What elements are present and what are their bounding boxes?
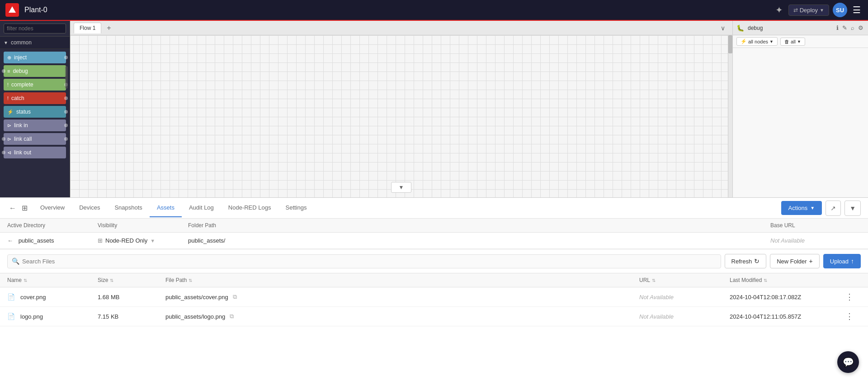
catch-output-port	[64, 96, 68, 100]
tab-nodered-logs[interactable]: Node-RED Logs	[221, 199, 278, 217]
filter-dropdown-arrow: ▼	[769, 39, 774, 44]
catch-icon: !	[7, 96, 9, 101]
node-complete[interactable]: ! complete	[4, 79, 66, 91]
flow-tab-flow1[interactable]: Flow 1	[74, 23, 101, 33]
linkout-input-port	[2, 151, 5, 154]
node-status[interactable]: ⚡ status	[4, 106, 66, 118]
dir-back-icon-cell: ← public_assets	[7, 237, 98, 244]
header-base-url: Base URL	[770, 222, 861, 229]
debug-panel-title: debug	[748, 25, 834, 31]
debug-search-icon[interactable]: ⌕	[850, 24, 855, 32]
debug-filter-bar: ⚡ all nodes ▼ 🗑 all ▼	[733, 35, 868, 48]
top-nav: Plant-0 ✦ ⇄ Deploy ▼ SU ☰	[0, 0, 868, 21]
link-in-icon: ⊳	[7, 123, 11, 129]
file-url-cell-logo: Not Available	[639, 313, 730, 320]
deploy-dropdown-arrow[interactable]: ▼	[820, 8, 824, 13]
visibility-dropdown-arrow[interactable]: ▼	[150, 238, 155, 244]
palette-nodes-list: ⊕ inject ≡ debug ! complete ! catch	[0, 49, 70, 161]
tab-audit-log[interactable]: Audit Log	[182, 199, 221, 217]
grid-icon: ⊞	[22, 204, 28, 212]
sub-nav-actions: Actions ▼ ↗ ▼	[781, 201, 861, 216]
external-link-button[interactable]: ↗	[826, 201, 841, 216]
header-active-directory: Active Directory	[7, 222, 98, 229]
canvas-grid[interactable]: ▼	[70, 35, 732, 197]
debug-panel-header: 🐛 debug ℹ ✎ ⌕ ⚙	[733, 21, 868, 35]
tab-devices[interactable]: Devices	[72, 199, 107, 217]
linkcall-output-port	[64, 137, 68, 141]
debug-panel: 🐛 debug ℹ ✎ ⌕ ⚙ ⚡ all nodes ▼ 🗑 all ▼	[732, 21, 868, 197]
chat-widget-button[interactable]: 💬	[837, 351, 859, 373]
flow-collapse-icon[interactable]: ∨	[717, 23, 729, 33]
header-url: URL ⇅	[639, 277, 730, 283]
tab-overview[interactable]: Overview	[33, 199, 72, 217]
assets-content: Active Directory Visibility Folder Path …	[0, 219, 868, 382]
tab-assets[interactable]: Assets	[150, 199, 182, 217]
tab-settings[interactable]: Settings	[278, 199, 314, 217]
upload-icon: ↑	[851, 258, 854, 265]
new-folder-button[interactable]: New Folder +	[770, 254, 820, 268]
notification-icon[interactable]: ✦	[774, 3, 785, 17]
file-modified-cell-cover: 2024-10-04T12:08:17.082Z	[730, 294, 843, 301]
node-catch[interactable]: ! catch	[4, 92, 66, 104]
hamburger-menu-icon[interactable]: ☰	[851, 3, 863, 17]
canvas-vertical-scrollbar[interactable]	[728, 35, 732, 197]
inject-output-port	[64, 56, 68, 59]
collapse-button[interactable]: ▼	[844, 201, 861, 216]
deploy-button[interactable]: ⇄ Deploy ▼	[788, 5, 829, 16]
row-menu-button-logo[interactable]: ⋮	[843, 311, 856, 322]
add-flow-tab-button[interactable]: +	[103, 22, 114, 34]
copy-filepath-icon-logo[interactable]: ⧉	[230, 313, 234, 320]
node-link-call[interactable]: ⊳ link call	[4, 133, 66, 145]
new-folder-icon: +	[809, 258, 813, 265]
filter-icon: ⚡	[741, 38, 747, 44]
debug-info-icon[interactable]: ℹ	[835, 24, 840, 32]
refresh-button[interactable]: Refresh ↻	[725, 254, 767, 268]
debug-clear-btn[interactable]: 🗑 all ▼	[780, 38, 805, 46]
file-actions-cell-logo: ⋮	[843, 311, 861, 321]
linkin-output-port	[64, 124, 68, 127]
editor-area: ▼ common ⊕ inject ≡ debug ! complete	[0, 21, 868, 197]
row-menu-button-cover[interactable]: ⋮	[843, 291, 856, 302]
tab-snapshots[interactable]: Snapshots	[107, 199, 149, 217]
url-sort-icon[interactable]: ⇅	[652, 278, 656, 283]
filepath-sort-icon[interactable]: ⇅	[189, 278, 192, 283]
node-debug[interactable]: ≡ debug	[4, 65, 66, 77]
node-link-in[interactable]: ⊳ link in	[4, 119, 66, 131]
modified-sort-icon[interactable]: ⇅	[764, 278, 767, 283]
palette-section-common[interactable]: ▼ common	[0, 37, 70, 49]
app-title: Plant-0	[24, 6, 47, 14]
dir-back-arrow-icon: ←	[7, 237, 13, 244]
file-size-cell-cover: 1.68 MB	[98, 294, 165, 301]
node-link-out[interactable]: ⊲ link out	[4, 147, 66, 158]
back-button[interactable]: ←	[7, 202, 18, 214]
size-sort-icon[interactable]: ⇅	[110, 278, 113, 283]
debug-filter-all-nodes-btn[interactable]: ⚡ all nodes ▼	[736, 37, 778, 46]
copy-filepath-icon-cover[interactable]: ⧉	[233, 293, 237, 301]
link-out-icon: ⊲	[7, 150, 11, 156]
file-name-cell-cover: 📄 cover.png	[7, 293, 98, 301]
filter-nodes-input[interactable]	[4, 24, 66, 33]
base-url-cell: Not Available	[770, 237, 861, 244]
name-sort-icon[interactable]: ⇅	[24, 278, 27, 283]
node-inject[interactable]: ⊕ inject	[4, 52, 66, 63]
avatar[interactable]: SU	[833, 3, 847, 17]
canvas-scroll-indicator[interactable]: ▼	[391, 182, 412, 193]
upload-button[interactable]: Upload ↑	[823, 254, 861, 268]
trash-icon: 🗑	[784, 39, 789, 44]
clear-dropdown-arrow: ▼	[797, 39, 801, 44]
chevron-down-icon: ▼	[399, 184, 404, 191]
debug-edit-icon[interactable]: ✎	[841, 24, 848, 32]
files-toolbar: 🔍 Refresh ↻ New Folder + Upload ↑	[0, 249, 868, 273]
directory-row[interactable]: ← public_assets ⊞ Node-RED Only ▼ public…	[0, 233, 868, 249]
file-icon-cover: 📄	[7, 293, 15, 301]
header-visibility: Visibility	[98, 222, 188, 229]
app-logo	[5, 3, 19, 17]
actions-button[interactable]: Actions ▼	[781, 201, 822, 215]
status-output-port	[64, 110, 68, 114]
file-name-cell-logo: 📄 logo.png	[7, 313, 98, 320]
search-icon: 🔍	[12, 258, 19, 265]
sub-nav: ← ⊞ Overview Devices Snapshots Assets Au…	[0, 198, 868, 219]
debug-settings-icon[interactable]: ⚙	[857, 24, 864, 32]
search-files-input[interactable]	[7, 254, 721, 268]
table-row: 📄 cover.png 1.68 MB public_assets/cover.…	[0, 287, 868, 307]
